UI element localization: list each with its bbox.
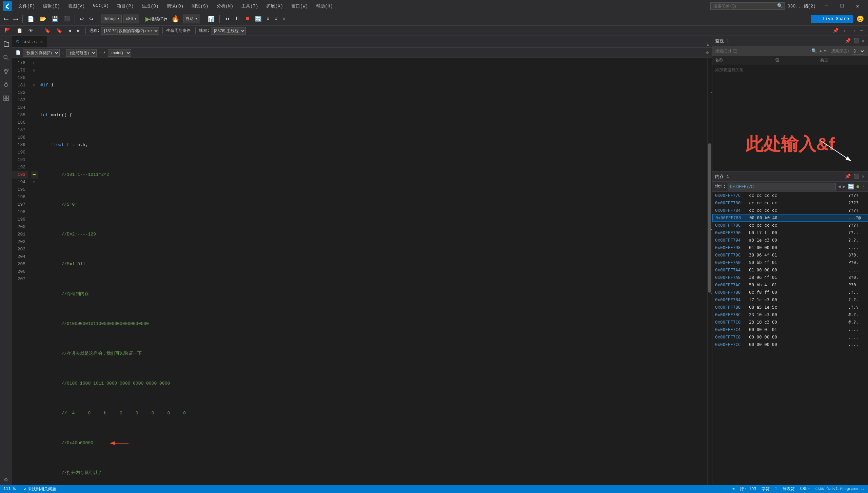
status-tab[interactable]: 制表符 [783, 486, 795, 492]
continue-button[interactable]: ▶ 继续(C) ▾ [145, 15, 168, 23]
feedback-button[interactable]: 😊 [854, 15, 866, 23]
watch-float-button[interactable]: ⬛ [853, 37, 860, 44]
editor-scrollbar[interactable] [707, 58, 712, 485]
step-back-button[interactable]: ◀ [66, 27, 73, 34]
memory-address-input[interactable] [728, 183, 836, 190]
code-lines[interactable]: #if 1 int main() { float f = 5.5; //101.… [38, 58, 707, 485]
status-char[interactable]: 字符: 1 [762, 486, 777, 492]
tab-settings-button[interactable]: ⚙ [704, 42, 712, 47]
performance-profiler-button[interactable]: 📊 [206, 15, 217, 23]
breadcrumb-settings[interactable]: ⚙ [706, 50, 709, 55]
debug-nav-back[interactable]: ← [842, 27, 849, 34]
watch-search-down[interactable]: ▼ [824, 49, 826, 54]
debug-nav-fwd[interactable]: → [850, 27, 857, 34]
step-out-button[interactable]: ⬇ [264, 15, 272, 23]
restart-button[interactable]: 🔄 [253, 15, 264, 23]
fold-194[interactable]: ⊟ [33, 180, 35, 184]
step-next-button[interactable]: ⬇ [272, 15, 280, 23]
watch-search-input[interactable] [715, 49, 809, 54]
step-into-button[interactable]: ⏸ [233, 15, 242, 23]
memory-close-button[interactable]: ✕ [861, 173, 865, 180]
scrollbar-thumb[interactable] [708, 143, 711, 293]
scroll-marker-1 [711, 92, 712, 93]
auto-dropdown[interactable]: 自动 ▾ [183, 15, 200, 23]
activity-icon-settings[interactable]: ⚙ [1, 474, 12, 485]
global-search-input[interactable] [710, 2, 785, 10]
menu-git[interactable]: Git(G) [90, 2, 112, 11]
memory-address-bar: 地址: ◀ ▶ 🔄 ⋮ [712, 182, 868, 192]
menu-analyze[interactable]: 分析(N) [213, 2, 237, 11]
hot-reload-button[interactable]: 🔥 [169, 14, 182, 24]
memory-content[interactable]: 0x00FFF77C cc cc cc cc ???? 0x00FFF780 c… [712, 192, 868, 485]
navigate-button[interactable]: ▶ [75, 27, 82, 34]
activity-icon-git[interactable] [1, 66, 12, 77]
watch-pin-button[interactable]: 📌 [844, 37, 851, 44]
memory-pin-button[interactable]: 📌 [844, 173, 851, 180]
status-line[interactable]: 行: 193 [740, 486, 756, 492]
menu-edit[interactable]: 编辑(E) [40, 2, 63, 11]
zoom-level[interactable]: 111 % [3, 487, 16, 491]
process-dropdown[interactable]: [13172] 数据的存储(2).exe [101, 27, 159, 35]
debug-more[interactable]: ⋯ [859, 27, 865, 34]
callstack-button[interactable]: 📋 [15, 27, 24, 34]
menu-extensions[interactable]: 扩展(X) [263, 2, 286, 11]
watch-close-button[interactable]: ✕ [861, 37, 865, 44]
menu-tools[interactable]: 工具(T) [238, 2, 261, 11]
save-button[interactable]: 💾 [50, 15, 61, 23]
new-file-button[interactable]: 📄 [25, 15, 36, 23]
fold-181[interactable]: ⊟ [33, 83, 35, 87]
redo-button[interactable]: ↪ [87, 14, 95, 24]
breakpoint-button[interactable]: 🚩 [3, 27, 13, 34]
watch-button[interactable]: 👁 [26, 27, 35, 34]
watch-depth-select[interactable]: 3 [852, 48, 865, 55]
save-all-button[interactable]: ⬛ [62, 15, 72, 22]
memory-float-button[interactable]: ⬛ [853, 173, 860, 180]
activity-icon-explorer[interactable] [1, 39, 12, 49]
undo-button[interactable]: ↩ [78, 14, 86, 24]
forward-button[interactable]: ⟶ [12, 14, 20, 24]
menu-file[interactable]: 文件(F) [15, 2, 38, 11]
activity-icon-debug[interactable] [1, 79, 12, 90]
menu-test[interactable]: 测试(S) [188, 2, 212, 11]
memory-refresh-button[interactable]: 🔄 [848, 183, 854, 190]
stop-button[interactable]: ⏹ [243, 15, 252, 23]
activity-icon-extensions[interactable] [1, 93, 12, 104]
menu-build[interactable]: 生成(B) [138, 2, 162, 11]
activity-icon-search[interactable] [1, 52, 12, 63]
memory-nav-fwd[interactable]: ▶ [843, 184, 846, 189]
svg-point-2 [4, 69, 5, 71]
live-share-button[interactable]: 👤 Live Share [811, 15, 853, 23]
maximize-button[interactable]: □ [834, 0, 850, 12]
breadcrumb-scope-dropdown[interactable]: (全局范围) [66, 49, 97, 57]
back-button[interactable]: ⟵ [2, 14, 10, 24]
memory-pin-icon[interactable]: ⋮ [861, 184, 865, 189]
watch-search-up[interactable]: ▲ [819, 49, 822, 54]
tab-close-button[interactable]: ✕ [40, 39, 43, 44]
menu-view[interactable]: 视图(V) [65, 2, 88, 11]
bookmark-button[interactable]: 🔖 [42, 27, 52, 34]
minimize-button[interactable]: ─ [818, 0, 834, 12]
thread-dropdown[interactable]: [8376] 主线程 [211, 27, 246, 35]
status-issues[interactable]: ✔ 未找到相关问题 [24, 486, 56, 492]
bookmark2-button[interactable]: 🔖 [54, 27, 64, 34]
menu-help[interactable]: 帮助(H) [313, 2, 336, 11]
breadcrumb-function-dropdown[interactable]: main() [108, 49, 131, 57]
breadcrumb-file-dropdown[interactable]: 数据的存储(2) [23, 49, 60, 57]
debug-config-dropdown[interactable]: Debug ▾ [101, 15, 122, 23]
fold-179[interactable]: ⊟ [33, 68, 35, 73]
arch-dropdown[interactable]: x86 ▾ [123, 15, 139, 23]
memory-nav-back[interactable]: ◀ [838, 184, 841, 189]
menu-debug[interactable]: 调试(D) [163, 2, 187, 11]
status-encoding[interactable]: CRLF [800, 487, 810, 491]
watch-placeholder[interactable]: 添加要监视的项 [712, 64, 746, 76]
no-fold-183 [31, 97, 38, 104]
close-button[interactable]: ✕ [850, 0, 865, 12]
open-file-button[interactable]: 📂 [38, 15, 48, 23]
fold-178[interactable]: ⊟ [33, 61, 35, 65]
menu-project[interactable]: 项目(P) [114, 2, 137, 11]
menu-window[interactable]: 窗口(W) [288, 2, 311, 11]
step-prev-button[interactable]: ⬆ [280, 15, 288, 23]
step-over-button[interactable]: ⏮ [222, 15, 232, 23]
debug-pin-button[interactable]: 📌 [831, 27, 841, 34]
editor-tab-test-c[interactable]: © test.c ✕ [12, 36, 47, 47]
